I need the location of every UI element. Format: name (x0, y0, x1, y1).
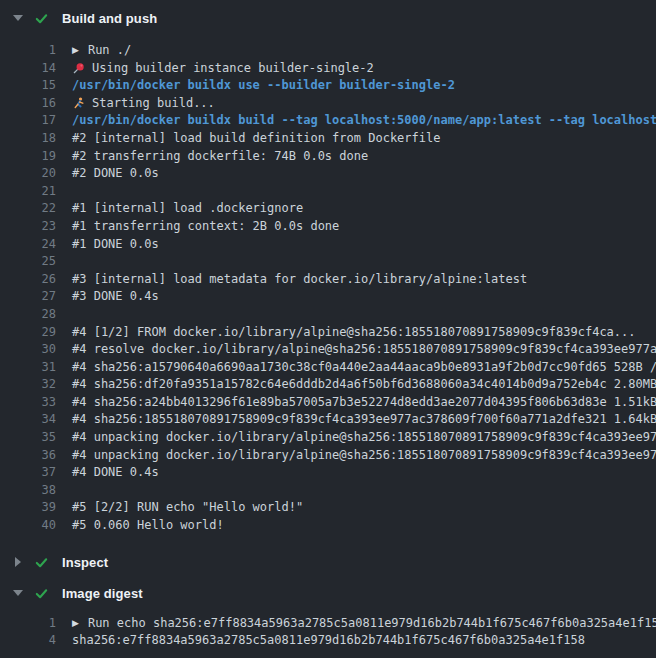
log-line: 16Starting build... (0, 95, 656, 113)
log-line: 38 (0, 482, 656, 500)
expand-log-icon[interactable]: ▶ (72, 615, 79, 633)
line-number[interactable]: 37 (0, 464, 56, 482)
line-number[interactable]: 38 (0, 482, 56, 500)
log-text-content: #4 sha256:a24bb4013296f61e89ba57005a7b3e… (72, 394, 656, 412)
log-line: 1▶Run ./ (0, 42, 656, 60)
log-text-content: Starting build... (92, 95, 215, 113)
log-line: 17/usr/bin/docker buildx build --tag loc… (0, 112, 656, 130)
log-line: 32#4 sha256:df20fa9351a15782c64e6dddb2d4… (0, 376, 656, 394)
line-number[interactable]: 21 (0, 183, 56, 201)
log-text-content: #5 0.060 Hello world! (72, 517, 224, 535)
expand-log-icon[interactable]: ▶ (72, 42, 79, 60)
step-group-image-digest: Image digest 1▶Run echo sha256:e7ff8834a… (0, 578, 656, 658)
step-header-build-and-push[interactable]: Build and push (0, 0, 656, 36)
line-number[interactable]: 15 (0, 77, 56, 95)
log-text-content: #5 [2/2] RUN echo "Hello world!" (72, 499, 303, 517)
line-number[interactable]: 28 (0, 306, 56, 324)
log-text: sha256:e7ff8834a5963a2785c5a0811e979d16b… (72, 632, 585, 650)
log-text-content: Run echo sha256:e7ff8834a5963a2785c5a081… (88, 615, 656, 633)
log-line: 33#4 sha256:a24bb4013296f61e89ba57005a7b… (0, 394, 656, 412)
line-number[interactable]: 34 (0, 411, 56, 429)
step-header-image-digest[interactable]: Image digest (0, 578, 656, 609)
line-number[interactable]: 26 (0, 271, 56, 289)
log-text-content: sha256:e7ff8834a5963a2785c5a0811e979d16b… (72, 632, 585, 650)
log-text-content: #4 [1/2] FROM docker.io/library/alpine@s… (72, 324, 636, 342)
log-lines-build-and-push: 1▶Run ./14Using builder instance builder… (0, 36, 656, 547)
log-lines-image-digest: 1▶Run echo sha256:e7ff8834a5963a2785c5a0… (0, 609, 656, 658)
line-number[interactable]: 31 (0, 359, 56, 377)
log-text-content: #2 DONE 0.0s (72, 165, 159, 183)
step-header-inspect[interactable]: Inspect (0, 547, 656, 578)
line-number[interactable]: 16 (0, 95, 56, 113)
line-number[interactable]: 14 (0, 60, 56, 78)
log-text-content: #4 resolve docker.io/library/alpine@sha2… (72, 341, 656, 359)
log-text-content: #2 transferring dockerfile: 74B 0.0s don… (72, 148, 368, 166)
log-line: 14Using builder instance builder-single-… (0, 60, 656, 78)
line-number[interactable]: 29 (0, 324, 56, 342)
success-check-icon (34, 586, 49, 601)
pushpin-icon (72, 62, 85, 75)
step-group-inspect: Inspect (0, 547, 656, 578)
log-line: 23#1 transferring context: 2B 0.0s done (0, 218, 656, 236)
line-number[interactable]: 39 (0, 499, 56, 517)
success-check-icon (34, 555, 49, 570)
line-number[interactable]: 25 (0, 253, 56, 271)
log-line: 37#4 DONE 0.4s (0, 464, 656, 482)
line-number[interactable]: 17 (0, 112, 56, 130)
line-number[interactable]: 40 (0, 517, 56, 535)
log-text: #1 [internal] load .dockerignore (72, 200, 303, 218)
log-text: #2 DONE 0.0s (72, 165, 159, 183)
log-text: #1 transferring context: 2B 0.0s done (72, 218, 339, 236)
line-number[interactable]: 22 (0, 200, 56, 218)
line-number[interactable]: 23 (0, 218, 56, 236)
log-text-content: Run ./ (88, 42, 131, 60)
log-text-content: Using builder instance builder-single-2 (92, 60, 374, 78)
line-number[interactable]: 30 (0, 341, 56, 359)
log-text: #4 DONE 0.4s (72, 464, 159, 482)
log-line: 27#3 DONE 0.4s (0, 288, 656, 306)
log-text: #4 [1/2] FROM docker.io/library/alpine@s… (72, 324, 636, 342)
line-number[interactable]: 36 (0, 447, 56, 465)
log-text-content: /usr/bin/docker buildx use --builder bui… (72, 77, 455, 95)
log-text-content: #1 transferring context: 2B 0.0s done (72, 218, 339, 236)
log-text: #5 [2/2] RUN echo "Hello world!" (72, 499, 303, 517)
log-text-content: #1 DONE 0.0s (72, 236, 159, 254)
log-text: Starting build... (72, 95, 215, 113)
log-text-content: #1 [internal] load .dockerignore (72, 200, 303, 218)
step-title: Build and push (62, 11, 157, 26)
log-text: /usr/bin/docker buildx use --builder bui… (72, 77, 455, 95)
line-number[interactable]: 35 (0, 429, 56, 447)
log-text: #4 resolve docker.io/library/alpine@sha2… (72, 341, 656, 359)
log-line: 39#5 [2/2] RUN echo "Hello world!" (0, 499, 656, 517)
step-title: Image digest (62, 586, 143, 601)
chevron-right-icon (12, 557, 24, 567)
log-text-content: #4 sha256:185518070891758909c9f839cf4ca3… (72, 411, 656, 429)
log-text: #2 [internal] load build definition from… (72, 130, 440, 148)
log-line: 34#4 sha256:185518070891758909c9f839cf4c… (0, 411, 656, 429)
chevron-down-icon (12, 590, 24, 596)
line-number[interactable]: 33 (0, 394, 56, 412)
line-number[interactable]: 4 (0, 632, 56, 650)
line-number[interactable]: 18 (0, 130, 56, 148)
log-text-content: #4 unpacking docker.io/library/alpine@sh… (72, 429, 656, 447)
line-number[interactable]: 20 (0, 165, 56, 183)
log-line: 26#3 [internal] load metadata for docker… (0, 271, 656, 289)
line-number[interactable]: 27 (0, 288, 56, 306)
chevron-down-icon (12, 15, 24, 21)
line-number[interactable]: 32 (0, 376, 56, 394)
log-text-content: #4 DONE 0.4s (72, 464, 159, 482)
runner-icon (72, 97, 85, 110)
line-number[interactable]: 1 (0, 42, 56, 60)
step-group-build-and-push: Build and push 1▶Run ./14Using builder i… (0, 0, 656, 547)
log-line: 4sha256:e7ff8834a5963a2785c5a0811e979d16… (0, 632, 656, 650)
log-line: 21 (0, 183, 656, 201)
log-line: 18#2 [internal] load build definition fr… (0, 130, 656, 148)
success-check-icon (34, 11, 49, 26)
log-line: 20#2 DONE 0.0s (0, 165, 656, 183)
line-number[interactable]: 1 (0, 615, 56, 633)
line-number[interactable]: 24 (0, 236, 56, 254)
log-line: 1▶Run echo sha256:e7ff8834a5963a2785c5a0… (0, 615, 656, 633)
log-text-content: #2 [internal] load build definition from… (72, 130, 440, 148)
log-text-content: #4 unpacking docker.io/library/alpine@sh… (72, 447, 656, 465)
line-number[interactable]: 19 (0, 148, 56, 166)
